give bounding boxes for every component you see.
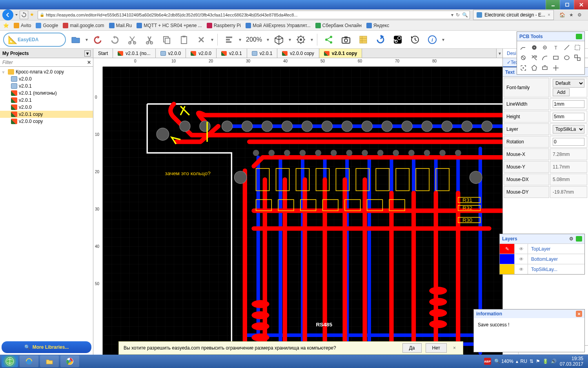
layer-color-swatch[interactable] bbox=[500, 254, 515, 264]
language-indicator[interactable]: RU bbox=[521, 359, 527, 364]
easyeda-logo[interactable]: 📐EasyEDA bbox=[3, 33, 66, 47]
volume-icon[interactable]: 🔊 bbox=[551, 359, 557, 364]
settings-button[interactable] bbox=[293, 32, 308, 47]
start-button[interactable] bbox=[2, 355, 18, 367]
rect-tool-icon[interactable] bbox=[551, 53, 561, 62]
bom-button[interactable] bbox=[356, 32, 371, 47]
power-icon[interactable]: 🔋 bbox=[542, 359, 548, 364]
bookmark-item[interactable]: Raspberry Pi bbox=[207, 23, 241, 28]
doc-tab[interactable]: Start bbox=[93, 49, 113, 58]
more-libraries-button[interactable]: 🔍 More Libraries... bbox=[2, 341, 91, 353]
layer-color-swatch[interactable]: ✎ bbox=[500, 244, 515, 254]
close-icon[interactable]: ✕ bbox=[576, 311, 582, 317]
image-tool-icon[interactable] bbox=[530, 53, 539, 62]
copy-button[interactable] bbox=[159, 32, 174, 47]
window-minimize-button[interactable] bbox=[546, 0, 560, 9]
height-input[interactable] bbox=[553, 113, 584, 121]
camera-button[interactable] bbox=[339, 32, 353, 47]
tree-item[interactable]: v2.0.1 bbox=[0, 82, 93, 90]
connect-tool-icon[interactable] bbox=[573, 43, 582, 52]
history-button[interactable] bbox=[408, 32, 422, 47]
dropdown-icon[interactable]: ▾ bbox=[239, 37, 241, 42]
doc-tab[interactable]: v2.0.1 copy bbox=[319, 49, 362, 58]
move-tool-icon[interactable] bbox=[519, 63, 528, 73]
dropdown-icon[interactable]: ▾ bbox=[311, 37, 313, 42]
silk-text[interactable]: RS485 bbox=[316, 322, 332, 328]
storage-no-button[interactable]: Нет bbox=[426, 343, 447, 353]
rotation-input[interactable] bbox=[553, 138, 584, 146]
minimize-icon[interactable] bbox=[576, 236, 582, 242]
line-tool-icon[interactable] bbox=[562, 43, 572, 52]
dropdown-icon[interactable]: ▾ bbox=[86, 37, 88, 42]
abp-icon[interactable]: ABP bbox=[484, 358, 491, 365]
doc-tab[interactable]: v2.0.1 bbox=[247, 49, 278, 58]
bookmark-item[interactable]: MQTT + HC SR04 +реле ... bbox=[137, 23, 202, 28]
filter-input[interactable] bbox=[0, 60, 85, 65]
compat-view-icon[interactable]: ▾ bbox=[451, 12, 453, 18]
tree-item[interactable]: v2.0.0 bbox=[0, 104, 93, 111]
pcb-canvas[interactable]: R31 R32 R30 RS485 зачем это кольцо? bbox=[103, 67, 502, 355]
network-icon[interactable]: ⇅ bbox=[530, 359, 533, 364]
layer-select[interactable]: TopSilkLa bbox=[553, 125, 584, 134]
storage-yes-button[interactable]: Да bbox=[402, 343, 422, 353]
doc-tab[interactable]: v2.0.0 bbox=[156, 49, 186, 58]
browser-back-button[interactable] bbox=[2, 9, 13, 20]
paste-button[interactable] bbox=[177, 32, 191, 47]
cut-button[interactable] bbox=[125, 32, 140, 47]
track-tool-icon[interactable] bbox=[519, 43, 528, 52]
dropdown-icon[interactable]: ▾ bbox=[267, 37, 269, 42]
redo-button[interactable] bbox=[107, 32, 122, 47]
tree-item[interactable]: v2.0.0 copy bbox=[0, 118, 93, 125]
bookmark-item[interactable]: Яндекс bbox=[366, 23, 389, 28]
group-tool-icon[interactable] bbox=[573, 53, 582, 62]
zoom-level[interactable]: 200% bbox=[244, 36, 264, 43]
tools-icon[interactable]: ⚙ bbox=[577, 12, 582, 18]
polygon-tool-icon[interactable] bbox=[530, 63, 539, 73]
eye-icon[interactable]: 👁 bbox=[515, 264, 528, 274]
layer-name[interactable]: TopSilkLay... bbox=[528, 267, 561, 272]
projects-dropdown-icon[interactable]: ▾ bbox=[84, 50, 91, 57]
tree-item[interactable]: v2.0.1 copy bbox=[0, 111, 93, 118]
eye-icon[interactable]: 👁 bbox=[515, 254, 528, 264]
undo-button[interactable] bbox=[90, 32, 105, 47]
action-center-icon[interactable]: ⚑ bbox=[536, 359, 540, 364]
browser-tab[interactable]: Electronic circuit design - E... × bbox=[473, 10, 554, 20]
home-icon[interactable]: 🏠 bbox=[559, 12, 565, 18]
layer-row[interactable]: 👁TopSilkLay... bbox=[500, 264, 584, 274]
refresh-icon[interactable]: ↻ bbox=[456, 12, 460, 18]
back-dropdown-icon[interactable] bbox=[15, 13, 18, 17]
doc-tab[interactable]: v2.0.1 bbox=[217, 49, 247, 58]
doc-tab[interactable]: v2.0.0 copy bbox=[277, 49, 319, 58]
3d-view-button[interactable] bbox=[271, 32, 286, 47]
refresh-button[interactable] bbox=[20, 11, 28, 19]
linewidth-input[interactable] bbox=[553, 100, 584, 108]
layer-row[interactable]: ✎👁TopLayer bbox=[500, 244, 584, 254]
bookmark-star-icon[interactable]: ★ bbox=[30, 12, 36, 18]
file-menu-button[interactable] bbox=[68, 32, 83, 47]
via-tool-icon[interactable] bbox=[540, 43, 550, 52]
tree-item[interactable]: v2.0.1 (полигоны) bbox=[0, 90, 93, 97]
bookmarks-add-icon[interactable]: ⭐ bbox=[3, 23, 9, 28]
layer-name[interactable]: BottomLayer bbox=[528, 256, 561, 262]
search-icon[interactable]: 🔍 bbox=[462, 12, 468, 18]
tab-close-icon[interactable]: × bbox=[548, 12, 550, 18]
tree-item[interactable]: v2.0.1 bbox=[0, 97, 93, 104]
bookmark-item[interactable]: Мой AliExpress Управлят... bbox=[246, 23, 311, 28]
layer-name[interactable]: TopLayer bbox=[528, 246, 553, 252]
taskbar-chrome[interactable] bbox=[60, 355, 79, 367]
bookmark-item[interactable]: Mail.Ru bbox=[109, 23, 132, 28]
layer-color-swatch[interactable] bbox=[500, 264, 515, 274]
eye-icon[interactable]: 👁 bbox=[515, 244, 528, 254]
clock[interactable]: 19:35 07.03.2017 bbox=[560, 356, 583, 367]
storage-close-icon[interactable]: × bbox=[451, 345, 458, 351]
dropdown-icon[interactable]: ▾ bbox=[289, 37, 291, 42]
expander-icon[interactable]: ▿ bbox=[2, 70, 6, 74]
tabs-scroll[interactable]: ▾ bbox=[496, 49, 502, 58]
dropdown-icon[interactable]: ▾ bbox=[211, 37, 213, 42]
steam-button[interactable] bbox=[390, 32, 405, 47]
favorites-icon[interactable]: ★ bbox=[569, 12, 573, 18]
doc-tab[interactable]: v2.0.0 bbox=[186, 49, 217, 58]
add-font-button[interactable]: Add bbox=[553, 88, 570, 96]
bookmark-item[interactable]: Сбербанк Онлайн bbox=[315, 23, 362, 28]
scissors-button[interactable] bbox=[142, 32, 157, 47]
